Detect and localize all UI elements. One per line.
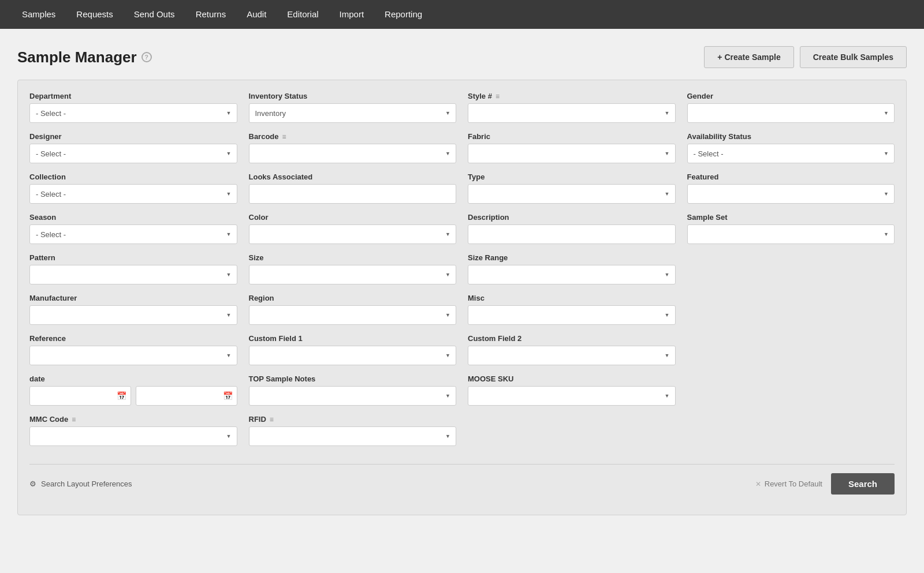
revert-to-default-button[interactable]: ✕ Revert To Default [755, 480, 822, 488]
custom-field-2-select-wrapper [468, 346, 676, 365]
region-label: Region [249, 294, 457, 302]
date-start-wrapper: 📅 [29, 386, 131, 406]
create-bulk-samples-button[interactable]: Create Bulk Samples [800, 46, 907, 68]
moose-sku-field: MOOSE SKU [468, 374, 676, 406]
custom-field-1-select-wrapper [249, 346, 457, 365]
designer-label: Designer [29, 132, 237, 141]
nav-item-samples[interactable]: Samples [12, 0, 66, 29]
availability-status-label: Availability Status [687, 132, 895, 141]
looks-associated-input[interactable] [249, 184, 457, 204]
misc-field: Misc [468, 294, 676, 325]
gear-icon: ⚙ [29, 480, 36, 488]
help-icon[interactable]: ? [141, 52, 152, 62]
top-sample-notes-select[interactable] [249, 386, 457, 406]
size-label: Size [249, 253, 457, 262]
misc-select[interactable] [468, 305, 676, 325]
create-sample-button[interactable]: + Create Sample [704, 46, 793, 68]
filter-col-2: Inventory Status Inventory Barcode ≡ [249, 92, 457, 455]
mmc-code-select-wrapper [29, 426, 237, 446]
sample-set-field: Sample Set [687, 213, 895, 244]
nav-item-sendouts[interactable]: Send Outs [124, 0, 185, 29]
description-field: Description [468, 213, 676, 244]
looks-associated-field: Looks Associated [249, 173, 457, 204]
season-select-wrapper: - Select - [29, 224, 237, 244]
filter-col-3: Style # ≡ Fabric [468, 92, 676, 455]
nav-item-returns[interactable]: Returns [185, 0, 237, 29]
manufacturer-select[interactable] [29, 305, 237, 325]
barcode-icon[interactable]: ≡ [282, 133, 286, 141]
gender-field: Gender [687, 92, 895, 123]
designer-select-wrapper: - Select - [29, 144, 237, 163]
gender-select[interactable] [687, 103, 895, 123]
inventory-status-select[interactable]: Inventory [249, 103, 457, 123]
availability-status-select[interactable]: - Select - [687, 144, 895, 163]
top-sample-notes-field: TOP Sample Notes [249, 374, 457, 406]
featured-select[interactable] [687, 184, 895, 204]
collection-label: Collection [29, 173, 237, 181]
date-label: date [29, 374, 237, 383]
top-sample-notes-select-wrapper [249, 386, 457, 406]
style-number-select[interactable] [468, 103, 676, 123]
date-end-input[interactable] [136, 386, 237, 406]
date-start-input[interactable] [29, 386, 131, 406]
sample-set-select-wrapper [687, 224, 895, 244]
department-label: Department [29, 92, 237, 100]
nav-item-editorial[interactable]: Editorial [277, 0, 329, 29]
rfid-select-wrapper [249, 426, 457, 446]
misc-select-wrapper [468, 305, 676, 325]
looks-associated-label: Looks Associated [249, 173, 457, 181]
mmc-code-field: MMC Code ≡ [29, 415, 237, 446]
description-label: Description [468, 213, 676, 222]
page-title-text: Sample Manager [17, 48, 137, 66]
nav-item-audit[interactable]: Audit [236, 0, 277, 29]
footer-row: ⚙ Search Layout Preferences ✕ Revert To … [29, 465, 895, 506]
collection-select[interactable]: - Select - [29, 184, 237, 204]
rfid-select[interactable] [249, 426, 457, 446]
filter-grid: Department - Select - Designer - Select … [29, 92, 895, 455]
collection-select-wrapper: - Select - [29, 184, 237, 204]
type-select[interactable] [468, 184, 676, 204]
custom-field-2-select[interactable] [468, 346, 676, 365]
type-select-wrapper [468, 184, 676, 204]
search-button[interactable]: Search [831, 473, 895, 495]
mmc-code-label: MMC Code ≡ [29, 415, 237, 424]
custom-field-1-select[interactable] [249, 346, 457, 365]
barcode-select[interactable] [249, 144, 457, 163]
department-select[interactable]: - Select - [29, 103, 237, 123]
size-select[interactable] [249, 265, 457, 284]
date-field: date 📅 📅 [29, 374, 237, 406]
search-layout-preferences[interactable]: ⚙ Search Layout Preferences [29, 480, 132, 488]
mmc-code-icon[interactable]: ≡ [72, 415, 76, 424]
search-layout-preferences-label: Search Layout Preferences [41, 480, 132, 488]
custom-field-1-label: Custom Field 1 [249, 334, 457, 343]
filter-col-4: Gender Availability Status - Select - [687, 92, 895, 455]
moose-sku-select[interactable] [468, 386, 676, 406]
reference-select[interactable] [29, 346, 237, 365]
size-range-select[interactable] [468, 265, 676, 284]
nav-item-requests[interactable]: Requests [66, 0, 123, 29]
size-select-wrapper [249, 265, 457, 284]
designer-select[interactable]: - Select - [29, 144, 237, 163]
pattern-select[interactable] [29, 265, 237, 284]
region-field: Region [249, 294, 457, 325]
gender-select-wrapper [687, 103, 895, 123]
sample-set-select[interactable] [687, 224, 895, 244]
department-field: Department - Select - [29, 92, 237, 123]
type-field: Type [468, 173, 676, 204]
rfid-label: RFID ≡ [249, 415, 457, 424]
description-input[interactable] [468, 224, 676, 244]
rfid-icon[interactable]: ≡ [270, 415, 274, 424]
filter-panel: Department - Select - Designer - Select … [17, 80, 907, 515]
style-number-icon[interactable]: ≡ [495, 92, 500, 100]
fabric-select[interactable] [468, 144, 676, 163]
style-number-select-wrapper [468, 103, 676, 123]
nav-item-reporting[interactable]: Reporting [374, 0, 433, 29]
region-select[interactable] [249, 305, 457, 325]
season-select[interactable]: - Select - [29, 224, 237, 244]
mmc-code-select[interactable] [29, 426, 237, 446]
reference-select-wrapper [29, 346, 237, 365]
color-select[interactable] [249, 224, 457, 244]
nav-item-import[interactable]: Import [329, 0, 375, 29]
moose-sku-label: MOOSE SKU [468, 374, 676, 383]
season-label: Season [29, 213, 237, 222]
